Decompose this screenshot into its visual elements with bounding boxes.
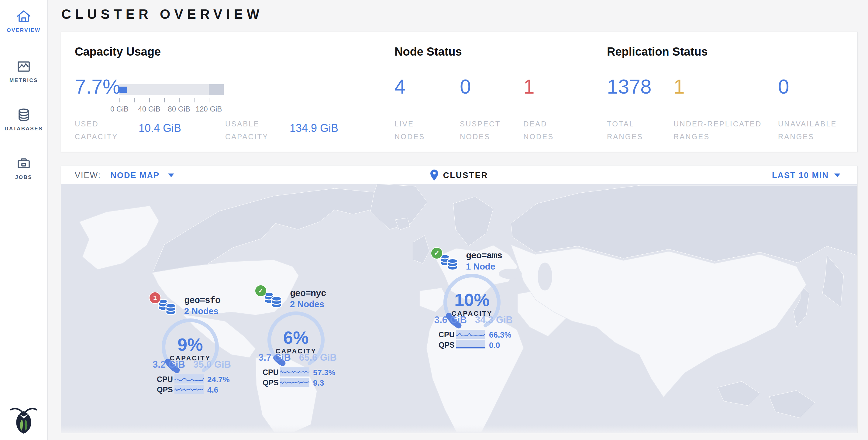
chevron-down-icon bbox=[834, 174, 840, 177]
cpu-label: CPU bbox=[157, 375, 173, 384]
page-title: CLUSTER OVERVIEW bbox=[61, 7, 263, 22]
cpu-value: 57.3% bbox=[313, 368, 336, 377]
replication-status-title: Replication Status bbox=[607, 45, 708, 58]
node-used-capacity: 3.6 GiB bbox=[434, 315, 467, 325]
axis-tick-label: 80 GiB bbox=[168, 105, 190, 113]
cluster-label: CLUSTER bbox=[443, 171, 488, 180]
capacity-bar-axis: 0 GiB 40 GiB 80 GiB 120 GiB bbox=[119, 98, 224, 116]
map-toolbar: VIEW: NODE MAP CLUSTER LAST 10 MIN bbox=[61, 166, 858, 184]
under-replicated-ranges-value: 1 bbox=[674, 75, 685, 98]
under-replicated-ranges-label: UNDER-REPLICATEDRANGES bbox=[674, 118, 762, 143]
cockroachdb-logo bbox=[8, 405, 39, 434]
usable-capacity-value: 134.9 GiB bbox=[290, 122, 338, 135]
sidebar-item-databases[interactable]: DATABASES bbox=[0, 107, 48, 132]
capacity-usage-title: Capacity Usage bbox=[75, 45, 161, 58]
location-pin-icon bbox=[430, 169, 438, 181]
capacity-gauge-percent: 9% bbox=[158, 334, 222, 355]
unavailable-ranges-value: 0 bbox=[778, 75, 789, 98]
used-capacity-label: USEDCAPACITY bbox=[75, 118, 118, 143]
qps-value: 4.6 bbox=[207, 385, 218, 395]
sidebar-item-metrics[interactable]: METRICS bbox=[0, 59, 48, 84]
unavailable-ranges-label: UNAVAILABLERANGES bbox=[778, 118, 837, 143]
dead-nodes-label: DEADNODES bbox=[523, 118, 554, 143]
cpu-value: 24.7% bbox=[207, 375, 230, 384]
node-used-capacity: 3.7 GiB bbox=[258, 352, 291, 363]
node-status-badge: ✓ bbox=[255, 285, 267, 297]
live-nodes-value: 4 bbox=[395, 75, 406, 98]
capacity-bar-fill bbox=[119, 87, 127, 93]
summary-panel: Capacity Usage 7.7% 0 GiB 40 GiB 80 GiB … bbox=[61, 32, 858, 152]
capacity-bar bbox=[119, 84, 224, 95]
sidebar-item-label: JOBS bbox=[0, 175, 48, 181]
cpu-sparkline bbox=[456, 330, 485, 339]
home-icon bbox=[16, 8, 32, 24]
suspect-nodes-label: SUSPECTNODES bbox=[460, 118, 501, 143]
qps-label: QPS bbox=[439, 341, 455, 349]
qps-sparkline bbox=[280, 378, 309, 387]
chevron-down-icon bbox=[168, 174, 174, 177]
node-usable-capacity: 35.0 GiB bbox=[193, 359, 231, 370]
time-range-dropdown[interactable]: LAST 10 MIN bbox=[772, 166, 840, 184]
cpu-sparkline bbox=[280, 367, 309, 376]
view-label: VIEW: bbox=[75, 171, 101, 180]
suspect-nodes-value: 0 bbox=[460, 75, 471, 98]
map-node-group[interactable]: ✓ geo=nyc 2 Nodes 6% CAPACITY 3.7 GiB 65… bbox=[256, 288, 342, 391]
node-locality-label: geo=ams bbox=[466, 251, 502, 261]
metrics-chart-icon bbox=[16, 59, 32, 74]
sidebar-item-label: METRICS bbox=[0, 77, 48, 84]
capacity-bar-overflow bbox=[209, 84, 224, 95]
qps-label: QPS bbox=[157, 385, 173, 394]
node-status-badge: 1 bbox=[149, 292, 161, 304]
briefcase-icon bbox=[16, 156, 32, 171]
map-node-group[interactable]: ✓ geo=ams 1 Node 10% CAPACITY 3.6 GiB 34… bbox=[432, 250, 518, 353]
qps-label: QPS bbox=[262, 378, 279, 387]
total-ranges-value: 1378 bbox=[607, 75, 652, 98]
node-map: 1 geo=sfo 2 Nodes 9% CAPACITY 3.2 GiB 35… bbox=[61, 184, 858, 433]
axis-tick-label: 120 GiB bbox=[196, 105, 222, 113]
view-selector[interactable]: VIEW: NODE MAP bbox=[75, 166, 174, 184]
node-locality-label: geo=nyc bbox=[290, 288, 326, 299]
node-usable-capacity: 65.6 GiB bbox=[299, 352, 337, 363]
view-dropdown[interactable]: NODE MAP bbox=[111, 171, 160, 180]
cluster-overview-page: OVERVIEW METRICS DATABASES JOBS bbox=[0, 0, 868, 440]
qps-sparkline bbox=[456, 340, 485, 349]
database-icon bbox=[16, 107, 32, 123]
capacity-used-percent: 7.7% bbox=[75, 75, 120, 98]
node-status-title: Node Status bbox=[395, 45, 462, 58]
axis-tick-label: 0 GiB bbox=[110, 105, 129, 113]
sidebar-item-label: OVERVIEW bbox=[0, 27, 48, 33]
node-usable-capacity: 34.3 GiB bbox=[475, 315, 513, 325]
cpu-label: CPU bbox=[262, 368, 279, 377]
node-locality-label: geo=sfo bbox=[184, 295, 220, 306]
node-status-badge: ✓ bbox=[431, 247, 443, 259]
sidebar-item-jobs[interactable]: JOBS bbox=[0, 156, 48, 181]
map-bottom-fade bbox=[61, 425, 857, 433]
cpu-label: CPU bbox=[439, 330, 455, 339]
sidebar-item-overview[interactable]: OVERVIEW bbox=[0, 8, 48, 33]
map-node-group[interactable]: 1 geo=sfo 2 Nodes 9% CAPACITY 3.2 GiB 35… bbox=[151, 295, 236, 398]
cpu-sparkline bbox=[175, 374, 204, 383]
qps-value: 0.0 bbox=[489, 341, 500, 350]
used-capacity-value: 10.4 GiB bbox=[138, 122, 181, 135]
cpu-value: 66.3% bbox=[489, 330, 512, 340]
node-used-capacity: 3.2 GiB bbox=[153, 359, 185, 370]
sidebar-item-label: DATABASES bbox=[0, 126, 48, 132]
qps-value: 9.3 bbox=[313, 378, 324, 388]
total-ranges-label: TOTALRANGES bbox=[607, 118, 643, 143]
dead-nodes-value: 1 bbox=[523, 75, 535, 98]
sidebar: OVERVIEW METRICS DATABASES JOBS bbox=[0, 0, 48, 440]
capacity-gauge-percent: 6% bbox=[264, 327, 328, 348]
usable-capacity-label: USABLECAPACITY bbox=[225, 118, 268, 143]
axis-tick-label: 40 GiB bbox=[138, 105, 160, 113]
live-nodes-label: LIVENODES bbox=[395, 118, 425, 143]
capacity-gauge-percent: 10% bbox=[440, 290, 504, 310]
breadcrumb-cluster: CLUSTER bbox=[430, 166, 488, 184]
qps-sparkline bbox=[175, 385, 204, 394]
